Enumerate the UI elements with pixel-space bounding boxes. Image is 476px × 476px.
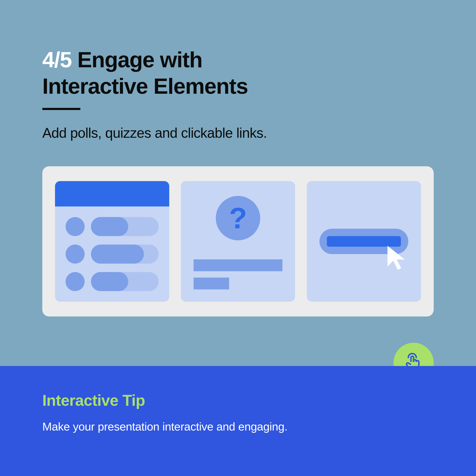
link-body: [307, 181, 421, 302]
quiz-text-placeholder: [194, 259, 282, 271]
quiz-text-placeholder: [194, 278, 229, 289]
step-number: 4/5: [42, 47, 72, 72]
subtitle: Add polls, quizzes and clickable links.: [42, 125, 434, 141]
poll-row: [66, 217, 159, 236]
tip-banner: Interactive Tip Make your presentation i…: [0, 366, 476, 476]
question-mark-icon: ?: [216, 196, 260, 240]
question-mark-glyph: ?: [229, 201, 247, 235]
poll-row: [66, 245, 159, 264]
poll-bar-track: [91, 217, 159, 236]
quiz-body: ?: [181, 181, 295, 289]
link-card: [307, 181, 421, 302]
quiz-card: ?: [181, 181, 295, 302]
header-section: 4/5 Engage with Interactive Elements Add…: [0, 0, 476, 141]
poll-row: [66, 272, 159, 291]
poll-bar-track: [91, 245, 159, 264]
poll-dot-icon: [66, 217, 85, 236]
illustration-row: ?: [42, 166, 434, 317]
poll-dot-icon: [66, 245, 85, 264]
title-line-2: Interactive Elements: [42, 74, 248, 98]
poll-bar-fill: [91, 272, 128, 291]
poll-bar-track: [91, 272, 159, 291]
poll-dot-icon: [66, 272, 85, 291]
tip-body: Make your presentation interactive and e…: [42, 420, 434, 433]
page-title: 4/5 Engage with Interactive Elements: [42, 47, 434, 100]
title-line-1: Engage with: [77, 47, 202, 72]
cursor-icon: [383, 243, 410, 271]
tip-title: Interactive Tip: [42, 391, 434, 409]
poll-body: [55, 206, 169, 291]
title-divider: [42, 108, 80, 110]
poll-header-bar: [55, 181, 169, 206]
poll-bar-fill: [91, 217, 128, 236]
poll-bar-fill: [91, 245, 144, 264]
poll-card: [55, 181, 169, 302]
